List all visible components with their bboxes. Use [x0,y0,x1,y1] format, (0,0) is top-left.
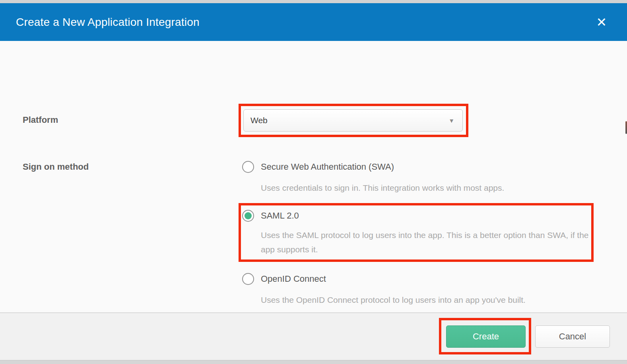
modal-header: Create a New Application Integration ✕ [0,3,627,41]
radio-swa[interactable] [242,161,254,173]
radio-swa-label[interactable]: Secure Web Authentication (SWA) [261,162,394,172]
modal-title: Create a New Application Integration [16,16,200,29]
platform-label: Platform [23,115,58,125]
scrollbar-thumb[interactable] [625,121,627,134]
radio-swa-description: Uses credentials to sign in. This integr… [261,181,504,195]
modal-screen: Create a New Application Integration ✕ P… [0,0,627,364]
close-icon[interactable]: ✕ [594,14,610,30]
page-background-bottom-strip [0,360,627,364]
radio-openid-description: Uses the OpenID Connect protocol to log … [261,293,526,307]
radio-openid-label[interactable]: OpenID Connect [261,274,326,284]
modal-body: Platform Web ▼ Sign on method Secure Web… [0,41,627,312]
page-background-top-strip [0,0,627,3]
platform-select-value: Web [250,116,268,125]
platform-select[interactable]: Web ▼ [243,109,463,132]
radio-saml[interactable] [242,210,254,222]
sign-on-method-label: Sign on method [23,162,89,172]
create-button[interactable]: Create [446,325,526,348]
modal-footer [0,312,627,360]
radio-saml-description: Uses the SAML protocol to log users into… [261,228,595,257]
radio-saml-label[interactable]: SAML 2.0 [261,211,299,221]
radio-openid[interactable] [242,273,254,285]
radio-selected-dot [245,212,252,219]
chevron-down-icon: ▼ [448,117,454,124]
cancel-button[interactable]: Cancel [535,325,610,348]
